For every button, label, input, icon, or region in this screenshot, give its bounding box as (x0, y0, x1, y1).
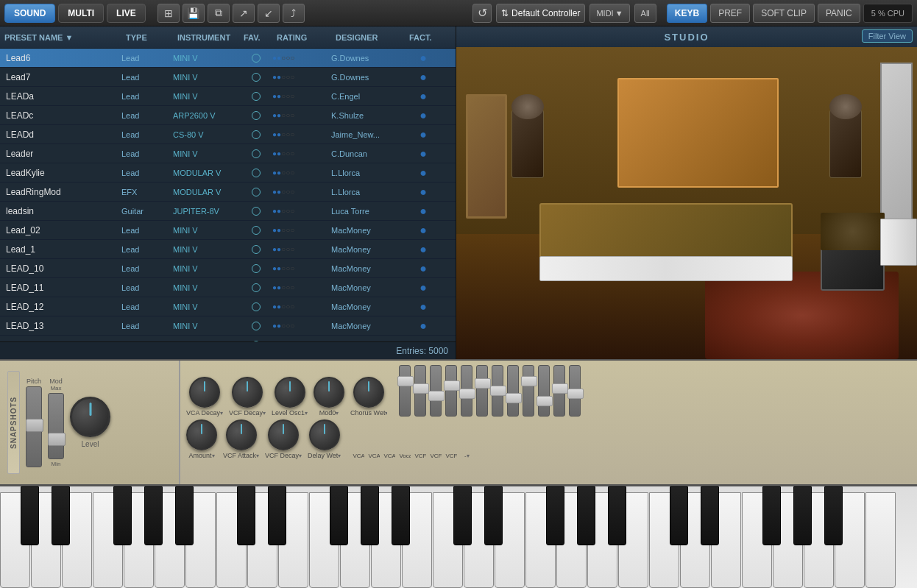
mod-slider[interactable] (48, 393, 64, 459)
import-icon[interactable]: ↙ (258, 4, 280, 23)
keyboard[interactable] (0, 484, 917, 588)
black-key-2-1[interactable] (453, 486, 472, 545)
vca-decay-knob[interactable] (189, 377, 220, 408)
black-key-3-2[interactable] (701, 486, 719, 545)
col-header-fact[interactable]: FACT. (405, 33, 442, 42)
black-key-3-5[interactable] (793, 486, 812, 545)
fader-handle-2[interactable] (413, 383, 429, 394)
black-key-3-4[interactable] (762, 486, 781, 545)
preset-row-3[interactable]: LEADc Lead ARP2600 V ●●○○○ K.Shulze ● (0, 106, 456, 125)
preset-row-10[interactable]: Lead_1 Lead MINI V ●●○○○ MacMoney ● (0, 240, 456, 259)
preset-row-9[interactable]: Lead_02 Lead MINI V ●●○○○ MacMoney ● (0, 221, 456, 240)
col-header-rating[interactable]: RATING (272, 33, 331, 42)
pitch-handle[interactable] (26, 419, 43, 432)
pref-button[interactable]: PREF (710, 4, 750, 23)
fader-handle-10[interactable] (537, 396, 553, 406)
grid-icon[interactable]: ⊞ (157, 4, 180, 23)
preset-row-15[interactable]: LEAD_14 Lead MINI V ●●○○○ MacMoney ● (0, 336, 456, 341)
vcf-attack-knob[interactable] (226, 419, 257, 450)
preset-fav-3[interactable] (239, 111, 272, 120)
fader-track-1[interactable] (399, 365, 411, 417)
preset-row-14[interactable]: LEAD_13 Lead MINI V ●●○○○ MacMoney ● (0, 316, 456, 336)
preset-row-5[interactable]: Leader Lead MINI V ●●○○○ C.Duncan ● (0, 144, 456, 163)
fader-track-12[interactable] (569, 365, 581, 417)
col-header-fav[interactable]: FAV. (239, 33, 272, 42)
export-icon[interactable]: ↗ (233, 4, 255, 23)
level-osc1-knob[interactable] (275, 377, 305, 408)
black-key-3-1[interactable] (670, 486, 688, 545)
copy-icon[interactable]: ⧉ (208, 4, 230, 23)
preset-row-7[interactable]: LeadRingMod EFX MODULAR V ●●○○○ L.Llorca… (0, 183, 456, 202)
preset-row-2[interactable]: LEADa Lead MINI V ●●○○○ C.Engel ● (0, 87, 456, 106)
black-key-1-2[interactable] (268, 486, 286, 545)
fader-track-6[interactable] (476, 365, 488, 417)
share-icon[interactable]: ⤴ (283, 4, 305, 23)
preset-fav-0[interactable] (239, 54, 272, 63)
fader-handle-5[interactable] (459, 389, 475, 399)
preset-fav-10[interactable] (239, 245, 272, 254)
black-key-2-4[interactable] (546, 486, 564, 545)
midi-button[interactable]: MIDI ▼ (590, 4, 629, 23)
preset-fav-11[interactable] (239, 264, 272, 273)
fader-track-8[interactable] (507, 365, 519, 417)
soft-clip-button[interactable]: SOFT CLIP (753, 4, 815, 23)
vcf-decay-knob[interactable] (232, 377, 263, 408)
mod0-knob[interactable] (314, 377, 344, 408)
col-header-type[interactable]: TYPE (121, 33, 173, 42)
preset-list[interactable]: Lead6 Lead MINI V ●●○○○ G.Downes ● Lead7… (0, 49, 456, 341)
mod-handle[interactable] (48, 433, 66, 446)
fader-track-5[interactable] (461, 365, 472, 417)
preset-fav-5[interactable] (239, 149, 272, 158)
save-icon[interactable]: 💾 (183, 4, 205, 23)
fader-handle-9[interactable] (521, 376, 537, 386)
col-header-instrument[interactable]: INSTRUMENT (173, 33, 239, 42)
black-key-2-2[interactable] (484, 486, 503, 545)
level-knob[interactable] (70, 397, 110, 437)
black-key-1-6[interactable] (392, 486, 410, 545)
black-key-2-5[interactable] (577, 486, 595, 545)
black-key-0-4[interactable] (113, 486, 132, 545)
fader-handle-12[interactable] (567, 389, 584, 399)
delay-wet-knob[interactable] (309, 419, 340, 450)
preset-fav-1[interactable] (239, 73, 272, 82)
all-button[interactable]: All (634, 4, 656, 23)
fader-track-4[interactable] (445, 365, 457, 417)
black-key-1-1[interactable] (237, 486, 255, 545)
col-header-designer[interactable]: DESIGNER (331, 33, 405, 42)
black-key-1-4[interactable] (330, 486, 348, 545)
black-key-2-6[interactable] (608, 486, 626, 545)
preset-fav-6[interactable] (239, 169, 272, 177)
black-key-0-1[interactable] (21, 486, 39, 545)
preset-row-12[interactable]: LEAD_11 Lead MINI V ●●○○○ MacMoney ● (0, 278, 456, 297)
fader-track-3[interactable] (430, 365, 442, 417)
black-key-3-6[interactable] (824, 486, 843, 545)
refresh-button[interactable]: ↺ (472, 4, 492, 23)
preset-row-4[interactable]: LEADd Lead CS-80 V ●●○○○ Jaime_New... ● (0, 125, 456, 144)
preset-fav-7[interactable] (239, 188, 272, 196)
black-key-1-5[interactable] (361, 486, 379, 545)
fader-track-10[interactable] (538, 365, 550, 417)
tab-live[interactable]: LIVE (107, 4, 146, 23)
fader-handle-11[interactable] (552, 383, 568, 394)
chorus-wet-knob[interactable] (353, 377, 384, 408)
col-header-name[interactable]: PRESET NAME ▼ (0, 33, 121, 42)
preset-row-0[interactable]: Lead6 Lead MINI V ●●○○○ G.Downes ● (0, 49, 456, 68)
tab-sound[interactable]: SOUND (4, 4, 55, 23)
preset-row-6[interactable]: LeadKylie Lead MODULAR V ●●○○○ L.Llorca … (0, 163, 456, 183)
fader-handle-3[interactable] (428, 391, 445, 401)
black-key-0-2[interactable] (52, 486, 70, 545)
preset-row-8[interactable]: leadsin Guitar JUPITER-8V ●●○○○ Luca Tor… (0, 202, 456, 221)
panic-button[interactable]: PANIC (818, 4, 860, 23)
fader-handle-1[interactable] (397, 376, 414, 386)
amount-knob[interactable] (186, 419, 217, 450)
preset-row-13[interactable]: LEAD_12 Lead MINI V ●●○○○ MacMoney ● (0, 297, 456, 316)
preset-fav-12[interactable] (239, 283, 272, 292)
preset-fav-4[interactable] (239, 130, 272, 139)
fader-handle-8[interactable] (506, 393, 522, 403)
preset-fav-9[interactable] (239, 226, 272, 235)
vcf-decay2-knob[interactable] (268, 419, 299, 450)
preset-row-1[interactable]: Lead7 Lead MINI V ●●○○○ G.Downes ● (0, 68, 456, 87)
white-key-28[interactable] (865, 492, 896, 588)
fader-track-2[interactable] (414, 365, 426, 417)
fader-handle-6[interactable] (475, 378, 491, 389)
